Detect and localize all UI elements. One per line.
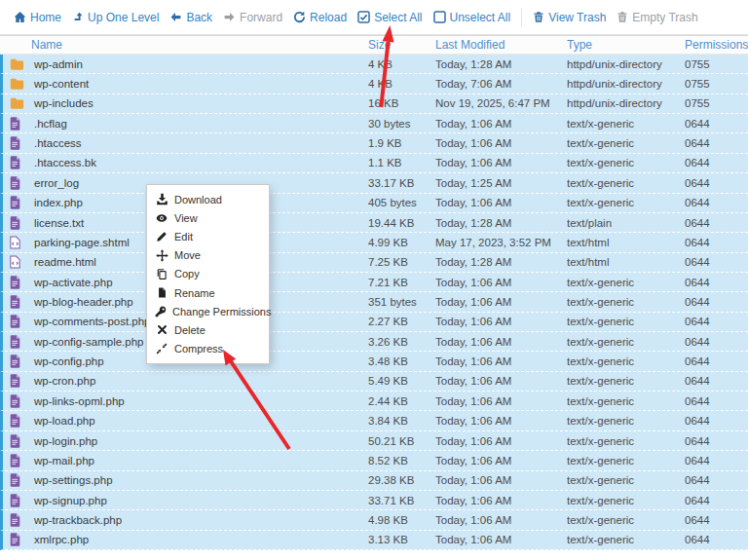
file-name-cell: wp-cron.php [3, 374, 368, 388]
file-permissions-cell: 0644 [685, 455, 748, 467]
table-row[interactable]: .hcflag30 bytesToday, 1:06 AMtext/x-gene… [0, 114, 748, 133]
context-menu-item-edit[interactable]: Edit [147, 227, 269, 245]
file-size-cell: 1.9 KB [368, 137, 435, 149]
file-icon [155, 286, 168, 299]
view-trash-icon [533, 11, 544, 23]
context-menu-item-download[interactable]: Download [147, 190, 269, 208]
file-name-cell: wp-login.php [3, 434, 368, 448]
file-modified-cell: Today, 1:25 AM [435, 177, 567, 189]
table-row[interactable]: wp-content4 KBToday, 7:06 AMhttpd/unix-d… [0, 74, 748, 93]
table-row[interactable]: wp-config.php3.48 KBToday, 1:06 AMtext/x… [0, 352, 748, 371]
text-file-icon [10, 216, 24, 230]
context-menu-item-label: Change Permissions [172, 306, 272, 317]
forward-arrow-icon [223, 11, 236, 23]
file-name: xmlrpc.php [34, 534, 89, 545]
download-icon [155, 193, 168, 205]
home-icon [14, 11, 26, 23]
toolbar-button-view-trash[interactable]: View Trash [533, 11, 606, 24]
table-row[interactable]: wp-trackback.php4.98 KBToday, 1:06 AMtex… [0, 510, 748, 530]
column-header-last-modified[interactable]: Last Modified [435, 38, 567, 52]
context-menu-item-label: Move [174, 249, 201, 261]
file-permissions-cell: 0644 [685, 296, 748, 308]
file-type-cell: text/x-generic [567, 474, 685, 486]
table-row[interactable]: wp-admin4 KBToday, 1:28 AMhttpd/unix-dir… [0, 55, 748, 74]
text-file-icon [10, 295, 24, 309]
copy-icon [155, 268, 168, 280]
column-header-permissions[interactable]: Permissions [685, 38, 748, 52]
table-row[interactable]: wp-signup.php33.71 KBToday, 1:06 AMtext/… [0, 491, 748, 510]
file-name-cell: wp-mail.php [3, 454, 368, 467]
toolbar-button-reload[interactable]: Reload [293, 11, 347, 24]
text-file-icon [10, 533, 24, 546]
toolbar-button-up-one-level[interactable]: Up One Level [72, 11, 159, 24]
file-size-cell: 29.38 KB [368, 474, 435, 486]
toolbar-divider [521, 9, 522, 26]
column-header-name[interactable]: Name [0, 38, 368, 52]
file-permissions-cell: 0644 [685, 157, 748, 168]
file-type-cell: text/x-generic [567, 316, 685, 327]
context-menu-item-label: View [174, 212, 198, 224]
table-row[interactable]: error_log33.17 KBToday, 1:25 AMtext/x-ge… [0, 173, 748, 193]
table-row[interactable]: wp-login.php50.21 KBToday, 1:06 AMtext/x… [0, 431, 748, 451]
table-row[interactable]: license.txt19.44 KBToday, 1:28 AMtext/pl… [0, 213, 748, 233]
file-size-cell: 7.25 KB [368, 256, 435, 268]
context-menu-item-move[interactable]: Move [147, 246, 269, 265]
column-header-size[interactable]: Size [368, 38, 435, 52]
file-modified-cell: Today, 1:28 AM [435, 256, 567, 268]
toolbar-button-unselect-all[interactable]: Unselect All [433, 11, 511, 24]
file-size-cell: 30 bytes [368, 118, 435, 130]
file-modified-cell: Today, 1:06 AM [435, 316, 567, 327]
file-name: .hcflag [34, 118, 67, 130]
context-menu-item-copy[interactable]: Copy [147, 265, 269, 283]
text-file-icon [10, 315, 24, 328]
table-row[interactable]: wp-load.php3.84 KBToday, 1:06 AMtext/x-g… [0, 411, 748, 430]
context-menu-item-delete[interactable]: Delete [147, 320, 269, 339]
checkbox-empty-icon [433, 11, 446, 23]
file-permissions-cell: 0644 [685, 316, 748, 327]
file-permissions-cell: 0644 [685, 534, 748, 545]
file-permissions-cell: 0644 [685, 514, 748, 526]
file-type-cell: text/x-generic [567, 296, 685, 308]
table-row[interactable]: wp-links-opml.php2.44 KBToday, 1:06 AMte… [0, 392, 748, 411]
table-row[interactable]: wp-config-sample.php3.26 KBToday, 1:06 A… [0, 332, 748, 352]
file-type-cell: text/x-generic [567, 495, 685, 506]
table-row[interactable]: wp-cron.php5.49 KBToday, 1:06 AMtext/x-g… [0, 372, 748, 392]
table-row[interactable]: wp-mail.php8.52 KBToday, 1:06 AMtext/x-g… [0, 451, 748, 470]
file-name-cell: wp-includes [3, 97, 368, 109]
context-menu-item-view[interactable]: View [147, 208, 269, 227]
table-row[interactable]: wp-comments-post.php2.27 KBToday, 1:06 A… [0, 313, 748, 332]
file-name: wp-links-opml.php [34, 395, 125, 407]
file-modified-cell: Today, 7:06 AM [435, 78, 567, 90]
context-menu-item-compress[interactable]: Compress [147, 340, 269, 358]
table-row[interactable]: wp-blog-header.php351 bytesToday, 1:06 A… [0, 292, 748, 312]
file-type-cell: text/x-generic [567, 375, 685, 387]
file-modified-cell: Today, 1:06 AM [435, 534, 567, 545]
table-row[interactable]: parking-page.shtml4.99 KBMay 17, 2023, 3… [0, 233, 748, 252]
file-permissions-cell: 0644 [685, 474, 748, 486]
column-header-type[interactable]: Type [567, 38, 685, 52]
up-level-icon [72, 12, 84, 23]
file-permissions-cell: 0644 [685, 415, 748, 427]
table-row[interactable]: index.php405 bytesToday, 1:06 AMtext/x-g… [0, 194, 748, 213]
file-name: license.txt [34, 217, 84, 229]
table-row[interactable]: .htaccess1.9 KBToday, 1:06 AMtext/x-gene… [0, 133, 748, 153]
table-row[interactable]: readme.html7.25 KBToday, 1:28 AMtext/htm… [0, 253, 748, 273]
table-row[interactable]: .htaccess.bk1.1 KBToday, 1:06 AMtext/x-g… [0, 154, 748, 173]
text-file-icon [10, 394, 24, 408]
file-name: wp-blog-header.php [34, 296, 133, 308]
file-modified-cell: Today, 1:06 AM [435, 495, 567, 506]
empty-trash-icon [617, 11, 628, 23]
table-row[interactable]: xmlrpc.php3.13 KBToday, 1:06 AMtext/x-ge… [0, 531, 748, 550]
table-row[interactable]: wp-includes16 KBNov 19, 2025, 6:47 PMhtt… [0, 94, 748, 114]
toolbar-button-back[interactable]: Back [169, 11, 212, 24]
file-modified-cell: Today, 1:06 AM [435, 395, 567, 407]
file-modified-cell: Today, 1:28 AM [435, 217, 567, 229]
file-size-cell: 3.48 KB [368, 355, 435, 367]
context-menu-item-change-permissions[interactable]: Change Permissions [147, 302, 269, 320]
file-type-cell: text/x-generic [567, 336, 685, 348]
table-row[interactable]: wp-activate.php7.21 KBToday, 1:06 AMtext… [0, 273, 748, 292]
table-row[interactable]: wp-settings.php29.38 KBToday, 1:06 AMtex… [0, 471, 748, 491]
context-menu-item-rename[interactable]: Rename [147, 283, 269, 302]
toolbar-button-select-all[interactable]: Select All [357, 11, 422, 24]
toolbar-button-home[interactable]: Home [14, 11, 61, 24]
